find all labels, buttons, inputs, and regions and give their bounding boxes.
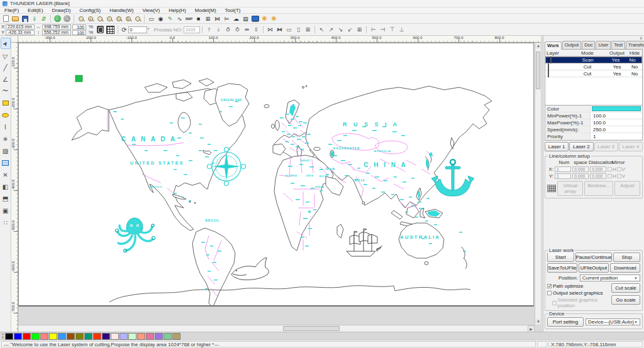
work-page[interactable]: C A N A D AUNITED STATESMEXICOGREENLANDR…	[18, 43, 534, 307]
layer-hide[interactable]: No	[627, 64, 642, 70]
align-bottom-right-icon[interactable]: ↘	[336, 25, 345, 34]
port-setting-button[interactable]: Port setting	[547, 317, 584, 327]
mirror-h-checkbox[interactable]	[608, 167, 612, 171]
array-tool[interactable]: ∷	[1, 217, 11, 228]
shrink-v-icon[interactable]: ⧓	[275, 25, 284, 34]
palette-color-12[interactable]	[102, 333, 110, 340]
menu-draw[interactable]: Draw(D)	[48, 8, 75, 13]
mirror-v-tool[interactable]: ⬒	[1, 193, 11, 204]
layer-output[interactable]: Yes	[607, 71, 627, 77]
scroll-up-arrow[interactable]: ▲	[535, 43, 541, 49]
green-marker[interactable]	[75, 75, 82, 82]
checkbox[interactable]	[547, 284, 552, 288]
grid-setting-icon[interactable]	[106, 26, 114, 34]
panel-close-icon[interactable]: x	[640, 36, 643, 40]
vertical-scroll-thumb[interactable]	[536, 52, 540, 89]
prop-value[interactable]: 100.0	[591, 113, 642, 119]
zoom-all-icon[interactable]: □	[114, 14, 123, 23]
prop-value[interactable]: 1	[591, 134, 642, 139]
zoom-prev-icon[interactable]: ·	[95, 14, 104, 23]
array-preview-icon[interactable]	[547, 185, 556, 192]
align-htop-icon[interactable]: ⊤	[387, 25, 397, 34]
edit-node-icon[interactable]: ◉	[156, 14, 165, 23]
menu-view[interactable]: View(V)	[138, 8, 164, 13]
tab-user[interactable]: User	[596, 41, 611, 49]
scroll-down-arrow[interactable]: ▼	[535, 318, 541, 325]
scale-x-field[interactable]: 100	[72, 24, 86, 30]
image-tool[interactable]: ▨	[1, 145, 11, 156]
layer-hide[interactable]: No	[627, 71, 642, 77]
palette-color-17[interactable]	[146, 333, 154, 340]
line-tool[interactable]: ╱	[1, 62, 11, 73]
align-top-left-icon[interactable]: ↖	[317, 25, 326, 34]
palette-color-7[interactable]	[58, 333, 66, 340]
button-start[interactable]: Start	[547, 253, 574, 262]
space-field[interactable]: 0.000	[572, 166, 589, 172]
align-top-right-icon[interactable]: ↗	[326, 25, 336, 34]
palette-color-4[interactable]	[31, 333, 40, 340]
button-laser-1[interactable]: Laser 1	[545, 142, 569, 151]
zoom-page-icon[interactable]: 1	[123, 14, 133, 23]
tab-work[interactable]: Work	[545, 41, 562, 50]
grid-tool[interactable]	[1, 157, 11, 168]
menu-tool[interactable]: Tool(T)	[221, 8, 245, 13]
preview-monitor-icon[interactable]	[250, 14, 260, 23]
canvas-tool[interactable]: ▣	[1, 205, 11, 216]
select-rect-icon[interactable]: ▭	[147, 14, 156, 23]
align-center-icon[interactable]: ⊞	[355, 25, 364, 34]
layer-hide[interactable]: No	[625, 57, 640, 63]
weld-left-icon[interactable]: ⋈	[213, 14, 222, 23]
palette-color-16[interactable]	[137, 333, 145, 340]
palette-color-19[interactable]	[164, 333, 172, 340]
menu-config[interactable]: Config(S)	[75, 8, 105, 13]
text-tool[interactable]: I	[1, 121, 11, 133]
redo-icon[interactable]: →	[62, 14, 72, 23]
polyline-tool[interactable]: ∠	[1, 73, 11, 85]
mirror-v-checkbox[interactable]	[617, 167, 621, 171]
width-field[interactable]: 998.755 mm	[42, 24, 71, 30]
flip-h-icon[interactable]: ⇹	[242, 25, 252, 34]
open-file-icon[interactable]	[11, 14, 20, 23]
layer-row-1[interactable]: ScanYesNo	[545, 57, 642, 63]
menu-help[interactable]: Help(H)	[164, 8, 191, 13]
lock-ratio-icon[interactable]	[97, 26, 104, 33]
button-pause-continue[interactable]: Pause/Continue	[575, 253, 613, 262]
align-hbottom-icon[interactable]: ⊥	[397, 25, 406, 34]
palette-color-2[interactable]	[14, 333, 22, 340]
prop-value[interactable]: 100.0	[591, 120, 642, 126]
bezier-tool[interactable]: 〜	[1, 85, 11, 97]
laser-run-icon[interactable]: ❋	[269, 14, 279, 23]
zoom-frame-icon[interactable]: ◦	[133, 14, 142, 23]
tab-transform[interactable]: Transform	[626, 41, 644, 49]
zoom-select-icon[interactable]: ▫	[104, 14, 114, 23]
layer-mode[interactable]: Scan	[569, 57, 606, 63]
same-width-icon[interactable]: ▭	[284, 25, 294, 34]
palette-color-14[interactable]	[119, 333, 128, 340]
palette-color-1[interactable]	[5, 333, 13, 340]
palette-color-8[interactable]	[67, 333, 75, 340]
space-field[interactable]: 0.000	[572, 173, 589, 179]
curve-smooth-icon[interactable]: ∿	[175, 14, 184, 23]
undo-icon[interactable]: ←	[53, 14, 62, 23]
rotate-90-icon[interactable]: ⥀	[223, 25, 233, 34]
menu-edit[interactable]: Edit(E)	[23, 8, 47, 13]
select-tool[interactable]: ➤	[1, 38, 11, 49]
layer-mode[interactable]: Cut	[568, 71, 607, 77]
shrink-h-icon[interactable]: ⋈	[265, 25, 275, 34]
layer-mode[interactable]: Cut	[568, 64, 607, 70]
palette-color-9[interactable]	[75, 333, 84, 340]
palette-color-15[interactable]	[128, 333, 136, 340]
x-position-field[interactable]: 229.615 mm	[6, 24, 35, 30]
group-icon[interactable]: ⊞	[203, 14, 213, 23]
palette-color-3[interactable]	[23, 333, 31, 340]
menu-model[interactable]: Model(M)	[191, 8, 221, 13]
button-download[interactable]: Download	[610, 263, 640, 273]
horizontal-scrollbar[interactable]: ◀ ▶	[11, 325, 535, 332]
button-go-scale[interactable]: Go scale	[611, 295, 640, 305]
weld-right-icon[interactable]: ⊨	[222, 14, 231, 23]
align-right-icon[interactable]: ⊣	[378, 25, 387, 34]
zoom-out-icon[interactable]: -	[76, 14, 86, 23]
palette-color-10[interactable]	[84, 333, 92, 340]
layer-color-bar[interactable]	[592, 106, 641, 111]
bitmap-icon[interactable]: BMP	[184, 14, 194, 23]
